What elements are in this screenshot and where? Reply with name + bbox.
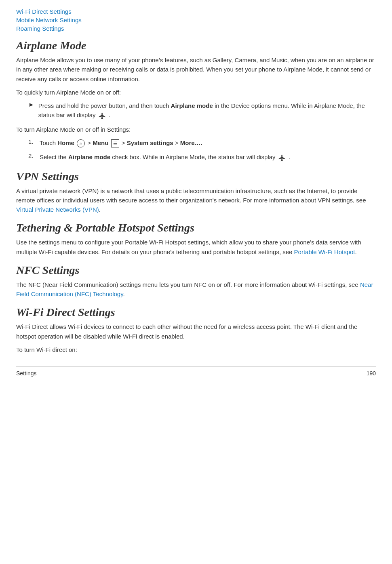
airplane-bullet-text: Press and hold the power button, and the… (38, 101, 376, 121)
airplane-status-icon-2 (277, 153, 287, 163)
nfc-title: NFC Settings (16, 264, 376, 277)
vpn-link[interactable]: Virtual Private Networks (VPN) (16, 206, 99, 213)
vpn-body-text1: A virtual private network (VPN) is a net… (16, 187, 366, 204)
airplane-mode-intro: Airplane Mode allows you to use many of … (16, 55, 376, 84)
footer-left-label: Settings (16, 370, 37, 377)
toc-link-wifi-direct[interactable]: Wi-Fi Direct Settings (16, 8, 376, 15)
airplane-bullet-item: ► Press and hold the power button, and t… (28, 101, 376, 121)
tethering-link[interactable]: Portable Wi-Fi Hotspot (294, 248, 355, 255)
airplane-status-icon (97, 111, 107, 121)
vpn-title: VPN Settings (16, 170, 376, 183)
bullet-arrow-icon: ► (28, 101, 34, 108)
step-2: 2. Select the Airplane mode check box. W… (28, 152, 376, 162)
step-2-text: Select the Airplane mode check box. Whil… (40, 152, 290, 162)
wifi-direct-title: Wi-Fi Direct Settings (16, 306, 376, 319)
section-vpn: VPN Settings A virtual private network (… (16, 170, 376, 215)
tethering-body: Use the settings menu to configure your … (16, 238, 376, 257)
airplane-mode-title: Airplane Mode (16, 39, 376, 52)
nfc-body-text2: . (123, 290, 125, 297)
toc-link-mobile-network[interactable]: Mobile Network Settings (16, 17, 376, 23)
section-nfc: NFC Settings The NFC (Near Field Communi… (16, 264, 376, 299)
vpn-body: A virtual private network (VPN) is a net… (16, 186, 376, 215)
airplane-quick-turn-label: To quickly turn Airplane Mode on or off: (16, 88, 376, 97)
airplane-mode-bold: Airplane mode (171, 102, 213, 109)
home-label: Home (57, 139, 74, 146)
more-label: More…. (180, 139, 202, 146)
system-settings-label: System settings (127, 139, 173, 146)
menu-label: Menu (93, 139, 108, 146)
section-airplane-mode: Airplane Mode Airplane Mode allows you t… (16, 39, 376, 163)
vpn-body-text2: . (99, 206, 101, 213)
step-1-index: 1. (28, 138, 40, 145)
wifi-direct-body: Wi-Fi Direct allows Wi-Fi devices to con… (16, 322, 376, 341)
wifi-direct-turn-on: To turn Wi-Fi direct on: (16, 345, 376, 354)
home-icon: ⌂ (77, 139, 85, 147)
menu-icon: ☰ (111, 139, 119, 147)
tethering-body-text2: . (355, 248, 357, 255)
section-wifi-direct: Wi-Fi Direct Settings Wi-Fi Direct allow… (16, 306, 376, 354)
step-2-index: 2. (28, 152, 40, 159)
section-tethering: Tethering & Portable Hotspot Settings Us… (16, 221, 376, 257)
step-1: 1. Touch Home ⌂ > Menu ☰ > System settin… (28, 138, 376, 147)
tethering-title: Tethering & Portable Hotspot Settings (16, 221, 376, 234)
airplane-steps: 1. Touch Home ⌂ > Menu ☰ > System settin… (28, 138, 376, 163)
step-1-text: Touch Home ⌂ > Menu ☰ > System settings … (40, 138, 202, 147)
nfc-body-text1: The NFC (Near Field Communication) setti… (16, 281, 360, 288)
page-footer: Settings 190 (16, 366, 376, 377)
airplane-settings-label: To turn Airplane Mode on or off in Setti… (16, 125, 376, 134)
toc-link-roaming[interactable]: Roaming Settings (16, 25, 376, 32)
airplane-mode-checkbox-label: Airplane mode (68, 154, 110, 160)
footer-page-number: 190 (367, 370, 376, 377)
toc-links: Wi-Fi Direct Settings Mobile Network Set… (16, 8, 376, 32)
nfc-body: The NFC (Near Field Communication) setti… (16, 280, 376, 299)
